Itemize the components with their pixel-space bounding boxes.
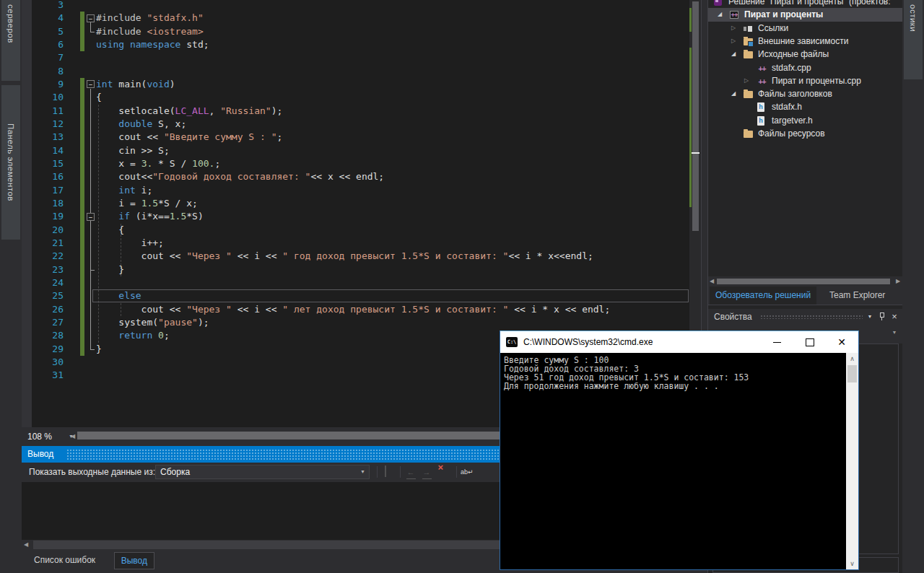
code-text[interactable]: #include "stdafx.h"#include <iostream>us… xyxy=(96,0,688,382)
tree-item-project[interactable]: ◢++Пират и проценты xyxy=(708,8,903,21)
line-number: 8 xyxy=(32,65,68,78)
expand-arrow-icon[interactable]: ▷ xyxy=(731,22,736,35)
code-token xyxy=(96,118,118,129)
minimize-button[interactable] xyxy=(760,331,793,353)
code-token: LC_ALL xyxy=(175,105,209,116)
window-menu-chevron-icon[interactable]: ▼ xyxy=(864,309,876,325)
tree-item-label: Файлы заголовков xyxy=(758,87,832,100)
tree-item-folder-deps[interactable]: ▷Внешние зависимости xyxy=(708,35,903,48)
collapse-arrow-icon[interactable]: ◢ xyxy=(731,48,736,61)
maximize-button[interactable] xyxy=(793,331,827,353)
zoom-level-combo[interactable]: 108 % ▼ xyxy=(23,429,75,444)
code-line[interactable]: cout << "Через " << i << " лет доход пре… xyxy=(96,303,688,316)
tab-team-explorer[interactable]: Team Explorer xyxy=(824,286,891,305)
code-line[interactable]: cout << "Через " << i << " год доход пре… xyxy=(96,250,688,263)
expand-arrow-icon[interactable]: ▷ xyxy=(744,74,749,87)
tree-item-folder[interactable]: Файлы ресурсов xyxy=(708,127,903,140)
prev-message-button[interactable]: ← xyxy=(404,466,417,478)
properties-title-bar[interactable]: Свойства ▼ × xyxy=(708,309,903,325)
code-line[interactable]: cin >> S; xyxy=(96,144,688,157)
scroll-left-arrow-icon[interactable]: ◀ xyxy=(71,427,75,446)
code-line[interactable]: i++; xyxy=(96,237,688,250)
code-line[interactable]: else xyxy=(96,289,688,302)
code-line[interactable]: #include "stdafx.h" xyxy=(96,12,688,25)
scrollbar-thumb[interactable] xyxy=(717,279,890,284)
solution-explorer-hscrollbar[interactable]: ◀ ▶ xyxy=(708,276,903,286)
line-number: 19 xyxy=(32,210,68,223)
code-line[interactable] xyxy=(96,51,688,64)
messages-button[interactable] xyxy=(383,466,396,478)
code-line[interactable]: i = 1.5*S / x; xyxy=(96,197,688,210)
tree-item-hfile[interactable]: hstdafx.h xyxy=(708,100,903,113)
console-output[interactable]: Введите сумму S : 100Годовой доход соста… xyxy=(500,353,846,569)
scrollbar-thumb[interactable] xyxy=(692,1,699,231)
code-line[interactable] xyxy=(96,0,688,12)
tree-item-cpp[interactable]: ▷++Пират и проценты.cpp xyxy=(708,74,903,87)
tree-item-hfile[interactable]: htargetver.h xyxy=(708,114,903,127)
scroll-down-arrow-icon[interactable]: ∨ xyxy=(846,558,858,569)
code-token: " год доход превысит 1.5*S и составит: " xyxy=(282,250,508,261)
tab-toolbox[interactable]: Панель элементов xyxy=(1,85,20,240)
tree-item-folder[interactable]: ◢Исходные файлы xyxy=(708,48,903,61)
code-line[interactable] xyxy=(96,65,688,78)
cmd-window[interactable]: C:\ C:\WINDOWS\system32\cmd.exe ✕ Введит… xyxy=(500,331,859,570)
code-token: << i * x << endl; xyxy=(508,304,610,315)
close-button[interactable]: ✕ xyxy=(825,331,858,353)
code-line[interactable]: if (i*x==1.5*S) xyxy=(96,210,688,223)
line-number: 3 xyxy=(32,0,68,12)
word-wrap-button[interactable]: ab↵ xyxy=(461,466,474,478)
output-source-combo[interactable]: Сборка ▼ xyxy=(155,465,370,479)
code-line[interactable]: { xyxy=(96,224,688,237)
line-number: 7 xyxy=(32,51,68,64)
change-overview-mark xyxy=(689,8,692,32)
scroll-up-arrow-icon[interactable]: ∧ xyxy=(846,353,858,364)
tree-item-folder[interactable]: ◢Файлы заголовков xyxy=(708,87,903,100)
tree-item-references[interactable]: ▷Ссылки xyxy=(708,22,903,35)
bottom-tab-output[interactable]: Вывод xyxy=(114,552,154,569)
breakpoint-margin[interactable] xyxy=(22,0,32,427)
collapse-toggle-icon[interactable]: − xyxy=(87,213,95,221)
close-icon[interactable]: × xyxy=(889,309,900,325)
code-line[interactable]: setlocale(LC_ALL, "Russian"); xyxy=(96,105,688,118)
code-line[interactable]: system("pause"); xyxy=(96,316,688,329)
line-number: 12 xyxy=(32,118,68,131)
bottom-tab-error-list[interactable]: Список ошибок xyxy=(27,552,102,568)
next-message-button[interactable]: → xyxy=(420,466,433,478)
code-line[interactable]: int i; xyxy=(96,184,688,197)
collapse-toggle-icon[interactable]: − xyxy=(87,80,95,88)
folder-icon xyxy=(744,51,753,58)
tree-item-cpp[interactable]: ++stdafx.cpp xyxy=(708,61,903,74)
code-line[interactable]: using namespace std; xyxy=(96,38,688,51)
clear-all-button[interactable] xyxy=(440,466,453,478)
code-token: system( xyxy=(96,317,158,328)
code-token: * S / xyxy=(152,158,192,169)
line-number: 28 xyxy=(32,329,68,342)
code-line[interactable]: #include <iostream> xyxy=(96,25,688,38)
code-line[interactable]: cout << "Введите сумму S : "; xyxy=(96,131,688,144)
collapse-toggle-icon[interactable]: − xyxy=(87,14,95,22)
chevron-down-icon[interactable]: ▼ xyxy=(889,325,900,341)
expand-arrow-icon[interactable]: ▷ xyxy=(731,35,736,48)
tab-server-explorer[interactable]: серверов xyxy=(1,0,20,81)
code-line[interactable]: { xyxy=(96,91,688,104)
code-token: , xyxy=(209,105,221,116)
code-line[interactable]: double S, x; xyxy=(96,118,688,131)
collapse-arrow-icon[interactable]: ◢ xyxy=(718,8,722,21)
code-line[interactable]: cout<<"Годовой доход составляет: "<< x <… xyxy=(96,170,688,183)
scrollbar-thumb[interactable] xyxy=(847,365,857,382)
code-line[interactable]: x = 3. * S / 100.; xyxy=(96,157,688,170)
tree-item-solution[interactable]: Решение "Пират и проценты" (проектов: xyxy=(708,0,903,8)
console-scrollbar[interactable]: ∧ ∨ xyxy=(846,353,858,569)
tab-diagnostics[interactable]: остики xyxy=(904,0,923,79)
code-token: "stdafx.h" xyxy=(147,12,203,23)
code-line[interactable] xyxy=(96,276,688,289)
pin-icon[interactable] xyxy=(879,312,885,321)
cmd-title-bar[interactable]: C:\ C:\WINDOWS\system32\cmd.exe ✕ xyxy=(500,331,858,353)
tab-solution-explorer[interactable]: Обозреватель решений xyxy=(710,286,816,305)
code-line[interactable]: } xyxy=(96,263,688,276)
code-token: } xyxy=(96,344,102,354)
code-token: cin >> S; xyxy=(96,145,170,156)
code-token: << i * x<<endl; xyxy=(508,250,593,261)
collapse-arrow-icon[interactable]: ◢ xyxy=(731,87,736,100)
code-line[interactable]: int main(void) xyxy=(96,78,688,91)
